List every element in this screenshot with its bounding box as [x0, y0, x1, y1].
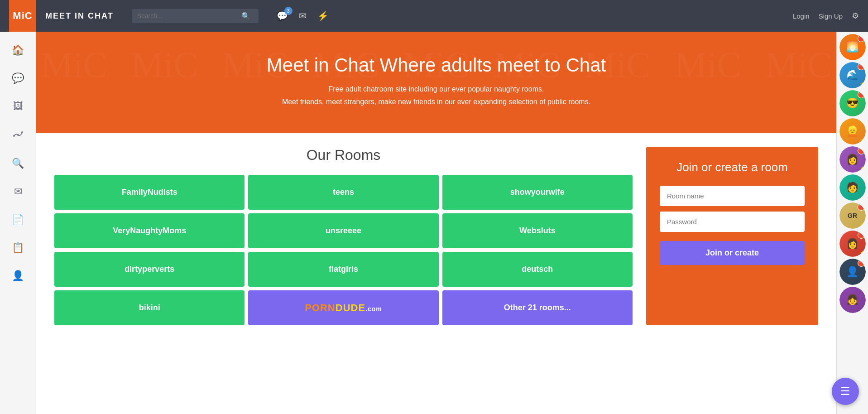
sidebar-copy-icon[interactable]: 📋	[8, 238, 28, 257]
avatar-6[interactable]: 🧑	[839, 174, 866, 201]
hero-subtitle2: Meet friends, meet strangers, make new f…	[45, 98, 827, 106]
rooms-grid: FamilyNudists teens showyourwife VeryNau…	[54, 175, 633, 325]
signup-link[interactable]: Sign Up	[819, 12, 843, 20]
avatar-10[interactable]: 👧	[839, 287, 866, 313]
join-create-box: Join or create a room Join or create	[646, 147, 818, 325]
lightning-icon-button[interactable]: ⚡	[317, 10, 329, 21]
sidebar-search-icon[interactable]: 🔍	[8, 154, 28, 173]
rooms-grid-area: Our Rooms FamilyNudists teens showyourwi…	[54, 147, 633, 325]
hero-title: Meet in Chat Where adults meet to Chat	[45, 54, 827, 76]
room-btn-flatgirls[interactable]: flatgirls	[248, 252, 438, 287]
room-btn-verynaughtymoms[interactable]: VeryNaughtyMoms	[54, 213, 245, 248]
left-sidebar: 🏠 💬 🖼 🔍 ✉ 📄 📋 👤	[0, 32, 36, 414]
svg-point-1	[17, 134, 19, 136]
site-title: MEET IN CHAT	[45, 11, 114, 21]
avatar-8[interactable]: 👩 🔴 ★	[839, 231, 866, 257]
room-name-input[interactable]	[660, 186, 805, 206]
mail-icon-button[interactable]: ✉	[299, 10, 307, 21]
avatar-7[interactable]: GR 🔴 ★	[839, 202, 866, 229]
chat-icon-button[interactable]: 💬 3	[277, 10, 288, 21]
svg-point-2	[21, 131, 23, 133]
search-icon[interactable]: 🔍	[241, 12, 250, 20]
avatar-2[interactable]: 🌊 🔴 ★	[839, 62, 866, 88]
avatar-4[interactable]: 👱 ★	[839, 118, 866, 144]
chat-badge: 3	[284, 7, 293, 15]
nav-right: Login Sign Up ⚙	[793, 11, 859, 21]
avatar-5[interactable]: 👩 🔴 ★	[839, 146, 866, 173]
rooms-section: Our Rooms FamilyNudists teens showyourwi…	[36, 133, 836, 339]
avatar-1[interactable]: 🌅 🔴	[839, 34, 866, 60]
search-input[interactable]	[137, 12, 241, 19]
sidebar-mail-icon[interactable]: ✉	[10, 182, 26, 201]
rooms-title: Our Rooms	[54, 147, 633, 164]
sidebar-feed-icon[interactable]	[10, 125, 27, 145]
hero-subtitle1: Free adult chatroom site including our e…	[45, 85, 827, 93]
join-create-button[interactable]: Join or create	[660, 241, 805, 265]
sidebar-chat-icon[interactable]: 💬	[8, 69, 28, 88]
sidebar-home-icon[interactable]: 🏠	[8, 41, 28, 60]
hero-banner: Meet in Chat Where adults meet to Chat F…	[36, 32, 836, 133]
main-content: Meet in Chat Where adults meet to Chat F…	[36, 32, 836, 414]
sidebar-document-icon[interactable]: 📄	[8, 210, 28, 229]
room-btn-dirtyperverts[interactable]: dirtyperverts	[54, 252, 245, 287]
sidebar-image-icon[interactable]: 🖼	[10, 97, 27, 116]
room-btn-other[interactable]: Other 21 rooms...	[442, 290, 633, 325]
bottom-menu-button[interactable]: ☰	[832, 378, 859, 405]
room-btn-websluts[interactable]: Websluts	[442, 213, 633, 248]
login-link[interactable]: Login	[793, 12, 810, 20]
avatar-9[interactable]: 👤 🔴	[839, 259, 866, 285]
search-wrap: 🔍	[132, 9, 259, 23]
right-sidebar: 🌅 🔴 🌊 🔴 ★ 😎 🔴 👱 ★ 👩 🔴 ★ 🧑 GR 🔴 ★	[836, 32, 868, 414]
nav-icons: 💬 3 ✉ ⚡	[277, 10, 329, 21]
room-btn-showyourwife[interactable]: showyourwife	[442, 175, 633, 210]
room-btn-deutsch[interactable]: deutsch	[442, 252, 633, 287]
room-btn-unsreeee[interactable]: unsreeee	[248, 213, 438, 248]
logo[interactable]: MiC	[9, 0, 36, 32]
topnav: MiC MEET IN CHAT 🔍 💬 3 ✉ ⚡ Login Sign Up…	[0, 0, 868, 32]
settings-icon[interactable]: ⚙	[852, 11, 859, 21]
svg-point-0	[13, 135, 15, 137]
password-input[interactable]	[660, 212, 805, 232]
room-btn-familynudists[interactable]: FamilyNudists	[54, 175, 245, 210]
join-create-title: Join or create a room	[660, 160, 805, 174]
room-btn-bikini[interactable]: bikini	[54, 290, 245, 325]
avatar-3[interactable]: 😎 🔴	[839, 90, 866, 116]
layout: 🏠 💬 🖼 🔍 ✉ 📄 📋 👤 Meet in Chat Where adult…	[0, 32, 868, 414]
room-btn-porndude[interactable]: PORNDUDE.com	[248, 290, 438, 325]
room-btn-teens[interactable]: teens	[248, 175, 438, 210]
sidebar-user-icon[interactable]: 👤	[8, 266, 28, 285]
